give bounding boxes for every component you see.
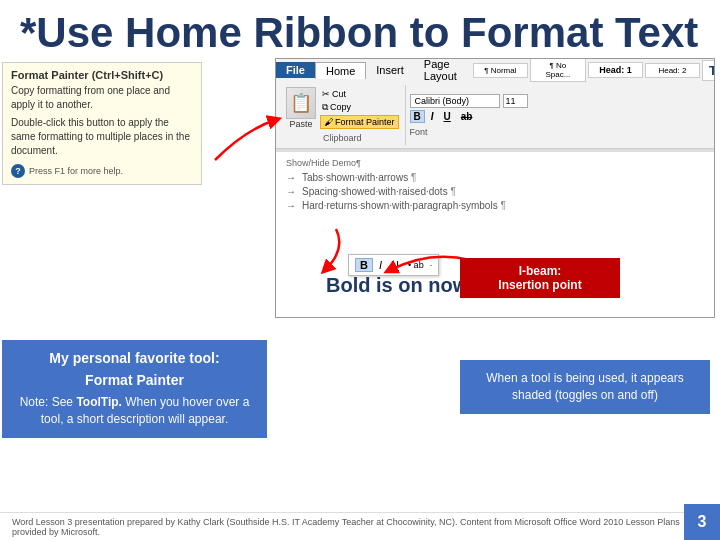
title-main: Use Home Ribbon to Format Text — [36, 9, 698, 56]
doc-item-3: → Hard·returns·shown·with·paragraph·symb… — [286, 200, 704, 211]
tab-home[interactable]: Home — [315, 62, 366, 79]
info-left-body: Note: See ToolTip. When you hover over a… — [16, 394, 253, 428]
copy-label: Copy — [330, 102, 351, 112]
style-heading1[interactable]: Head: 1 — [588, 62, 643, 78]
tab-file[interactable]: File — [276, 62, 315, 78]
doc-show-hide: Show/Hide Demo¶ — [286, 158, 704, 168]
info-left-subtitle: Format Painter — [16, 372, 253, 388]
page-number-text: 3 — [698, 513, 707, 531]
tooltip-help: ? Press F1 for more help. — [11, 164, 193, 178]
clipboard-group: 📋 Paste ✂ Cut ⧉ Copy 🖌 — [280, 85, 406, 145]
ribbon-tabs: File Home Insert Page Layout ¶ Normal ¶ … — [276, 59, 714, 81]
doc-item-1: → Tabs·shown·with·arrows ¶ — [286, 172, 704, 183]
title-area: *Use Home Ribbon to Format Text — [0, 0, 720, 64]
info-box-format-painter: My personal favorite tool: Format Painte… — [2, 340, 267, 438]
arrow-icon-2: → — [286, 186, 296, 197]
ibeam-title: I-beam: — [470, 264, 610, 278]
arrow-icon-3: → — [286, 200, 296, 211]
tooltip-help-text: Press F1 for more help. — [29, 166, 123, 176]
clipboard-label: Clipboard — [323, 133, 362, 143]
font-row1: Calibri (Body) 11 — [410, 94, 528, 108]
doc-item-text-2: Spacing·showed·with·raised·dots ¶ — [302, 186, 456, 197]
font-size-selector[interactable]: 11 — [503, 94, 528, 108]
font-selector[interactable]: Calibri (Body) — [410, 94, 500, 108]
title-asterisk: * — [20, 9, 36, 56]
tooltip-popup: Format Painter (Ctrl+Shift+C) Copy forma… — [2, 62, 202, 185]
format-painter-button[interactable]: 🖌 Format Painter — [320, 115, 399, 129]
info-box-shaded: When a tool is being used, it appears sh… — [460, 360, 710, 414]
tab-page-layout[interactable]: Page Layout — [414, 58, 467, 84]
red-arrow-painter — [195, 100, 295, 180]
bold-button[interactable]: B — [410, 110, 425, 123]
painter-icon: 🖌 — [324, 117, 333, 127]
doc-item-2: → Spacing·showed·with·raised·dots ¶ — [286, 186, 704, 197]
style-title[interactable]: Title — [702, 60, 715, 81]
slide-number: 3 — [684, 504, 720, 540]
ibeam-desc: Insertion point — [470, 278, 610, 292]
font-group: Calibri (Body) 11 B I U ab Font — [406, 92, 532, 139]
style-normal[interactable]: ¶ Normal — [473, 63, 528, 78]
tooltip-title: Format Painter (Ctrl+Shift+C) — [11, 69, 193, 81]
copy-icon: ⧉ — [322, 102, 328, 113]
doc-item-text-3: Hard·returns·shown·with·paragraph·symbol… — [302, 200, 506, 211]
ribbon-area: File Home Insert Page Layout ¶ Normal ¶ … — [276, 59, 714, 149]
tab-insert[interactable]: Insert — [366, 62, 414, 78]
font-format-row: B I U ab — [410, 110, 528, 123]
underline-button[interactable]: U — [440, 110, 455, 123]
style-no-space[interactable]: ¶ No Spac... — [530, 58, 586, 82]
font-group-label: Font — [410, 127, 528, 137]
italic-button[interactable]: I — [427, 110, 438, 123]
info-left-title-text: My personal favorite tool: — [49, 350, 219, 366]
show-hide-label: Show/Hide Demo¶ — [286, 158, 361, 168]
small-buttons: ✂ Cut ⧉ Copy 🖌 Format Painter — [320, 88, 399, 129]
tooltip-desc2: Double-click this button to apply the sa… — [11, 116, 193, 158]
ibeam-callout: I-beam: Insertion point — [460, 258, 620, 298]
info-right-body: When a tool is being used, it appears sh… — [474, 370, 696, 404]
cut-button[interactable]: ✂ Cut — [320, 88, 399, 100]
footer-text: Word Lesson 3 presentation prepared by K… — [12, 517, 708, 537]
slide-title: *Use Home Ribbon to Format Text — [20, 10, 700, 56]
ribbon-body: 📋 Paste ✂ Cut ⧉ Copy 🖌 — [276, 81, 714, 149]
info-left-subtitle-text: Format Painter — [85, 372, 184, 388]
footer: Word Lesson 3 presentation prepared by K… — [0, 512, 720, 540]
format-painter-label: Format Painter — [335, 117, 395, 127]
help-icon: ? — [11, 164, 25, 178]
copy-button[interactable]: ⧉ Copy — [320, 101, 399, 114]
doc-item-text-1: Tabs·shown·with·arrows ¶ — [302, 172, 416, 183]
scissors-icon: ✂ — [322, 89, 330, 99]
info-left-title: My personal favorite tool: — [16, 350, 253, 366]
strikethrough-button[interactable]: ab — [457, 110, 477, 123]
tooltip-desc1: Copy formatting from one place and apply… — [11, 84, 193, 112]
cut-label: Cut — [332, 89, 346, 99]
style-heading2[interactable]: Head: 2 — [645, 63, 700, 78]
